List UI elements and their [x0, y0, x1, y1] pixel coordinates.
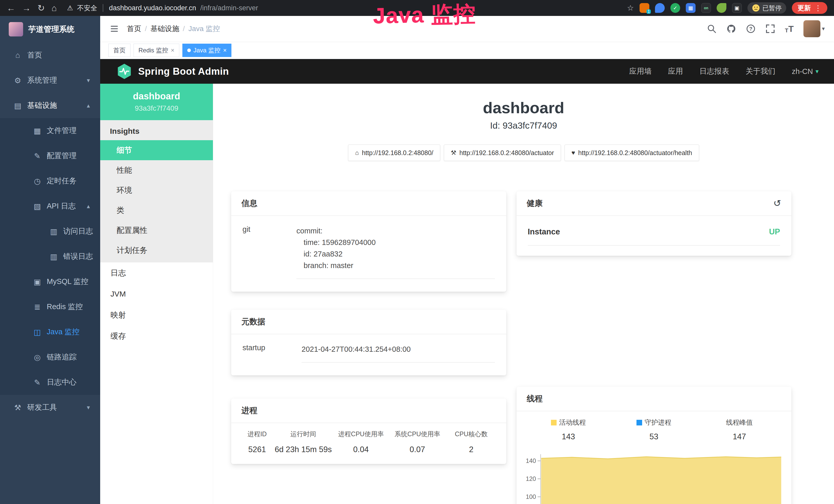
card-header: 元数据 [231, 310, 506, 334]
tab-home[interactable]: 首页 [108, 44, 130, 57]
sba-item-environment[interactable]: 环境 [100, 180, 213, 200]
card-body: 进程ID 运行时间 进程CPU使用率 系统CPU使用率 CPU核心数 5261 … [231, 423, 506, 464]
sidebar-item-dev-tools[interactable]: ⚒ 研发工具 ▾ [0, 395, 100, 420]
card-header: 信息 [231, 191, 506, 216]
search-icon[interactable] [707, 24, 717, 33]
sba-nav-wallboard[interactable]: 应用墙 [629, 66, 652, 76]
fold-menu-icon[interactable] [109, 24, 119, 33]
sidebar-item-access-logs[interactable]: ▥ 访问日志 [0, 219, 100, 244]
sidebar-item-label: 访问日志 [63, 226, 93, 236]
insights-group-label: Insights [100, 120, 213, 140]
sidebar-item-scheduled-jobs[interactable]: ◷ 定时任务 [0, 168, 100, 193]
health-url-link[interactable]: ♥ http://192.168.0.2:48080/actuator/heal… [565, 144, 699, 161]
browser-toolbar: ← → ↻ ⌂ ⚠ 不安全 dashboard.yudao.iocoder.cn… [0, 0, 834, 16]
profile-paused-chip[interactable]: 已暂停 [747, 2, 786, 14]
threads-chart: 140 120 100 [526, 451, 782, 504]
main-area: 首页 / 基础设施 / Java 监控 ? TT ▾ [100, 16, 834, 504]
screen: ← → ↻ ⌂ ⚠ 不安全 dashboard.yudao.iocoder.cn… [0, 0, 834, 504]
threads-card: 线程 活动线程 143 守护进程 [517, 387, 792, 504]
sba-item-classes[interactable]: 类 [100, 200, 213, 220]
tab-java-monitor[interactable]: Java 监控 × [182, 44, 232, 57]
sba-item-logs[interactable]: 日志 [100, 262, 213, 283]
tab-redis-monitor[interactable]: Redis 监控 × [134, 44, 179, 57]
url-host: dashboard.yudao.iocoder.cn [109, 4, 196, 12]
breadcrumb-home[interactable]: 首页 [127, 24, 141, 33]
chevron-up-icon: ▴ [87, 203, 90, 210]
sba-nav-applications[interactable]: 应用 [668, 66, 683, 76]
locale-selector[interactable]: zh-CN ▾ [792, 67, 818, 76]
gear-icon: ⚙ [13, 76, 23, 85]
sidebar-item-home[interactable]: ⌂ 首页 [0, 43, 100, 68]
sidebar-item-log-center[interactable]: ✎ 日志中心 [0, 370, 100, 395]
sidebar-item-api-logs[interactable]: ▧ API 日志 ▴ [0, 193, 100, 219]
service-url-link[interactable]: ⌂ http://192.168.0.2:48080/ [348, 144, 440, 161]
info-row-git: git commit: time: 1596289704000 id: 27aa… [242, 225, 495, 279]
fullscreen-icon[interactable] [765, 24, 775, 33]
bookmark-star-icon[interactable]: ☆ [627, 4, 634, 12]
extension-icon-4[interactable]: ▦ [686, 3, 696, 13]
extension-icon-5[interactable]: on [701, 3, 711, 13]
extension-icon-6[interactable] [717, 3, 726, 13]
puzzle-icon[interactable]: ▣ [732, 3, 742, 13]
sidebar-item-label: 基础设施 [27, 100, 57, 111]
sidebar-item-system-mgmt[interactable]: ⚙ 系统管理 ▾ [0, 68, 100, 93]
address-bar[interactable]: ⚠ 不安全 dashboard.yudao.iocoder.cn/infra/a… [67, 4, 258, 13]
close-icon[interactable]: × [223, 47, 226, 54]
cards-left-column: 信息 git commit: time: 1596289704000 id: 2 [231, 191, 506, 464]
svg-text:?: ? [749, 26, 752, 31]
extension-icon-3[interactable]: ✓ [671, 3, 680, 13]
forward-icon[interactable]: → [22, 4, 31, 12]
sba-item-jvm[interactable]: JVM [100, 283, 213, 304]
sidebar-item-java-monitor[interactable]: ◫ Java 监控 [0, 319, 100, 345]
sba-item-config-props[interactable]: 配置属性 [100, 220, 213, 240]
breadcrumb-infrastructure[interactable]: 基础设施 [151, 24, 179, 33]
sidebar-item-tracing[interactable]: ◎ 链路追踪 [0, 345, 100, 370]
paused-label: 已暂停 [762, 4, 782, 12]
process-uptime: 6d 23h 15m 59s [274, 445, 333, 454]
history-icon[interactable]: ↺ [773, 198, 781, 209]
sba-brand-title[interactable]: Spring Boot Admin [138, 66, 229, 77]
extension-icon-1[interactable]: 1 [640, 3, 649, 13]
sidebar-item-label: 系统管理 [27, 75, 57, 86]
edit-icon: ✎ [32, 152, 42, 160]
update-label: 更新 [797, 4, 811, 13]
sba-item-details[interactable]: 细节 [100, 140, 213, 160]
infra-icon: ▤ [13, 101, 23, 110]
sba-item-mappings[interactable]: 映射 [100, 304, 213, 325]
info-key: git [242, 225, 297, 279]
metadata-key: startup [242, 344, 302, 363]
sidebar-item-error-logs[interactable]: ▥ 错误日志 [0, 244, 100, 269]
sba-item-metrics[interactable]: 性能 [100, 160, 213, 180]
help-icon[interactable]: ? [746, 24, 756, 33]
sidebar-item-config-mgmt[interactable]: ✎ 配置管理 [0, 143, 100, 168]
github-icon[interactable] [726, 24, 736, 33]
health-url: http://192.168.0.2:48080/actuator/health [578, 149, 692, 157]
sidebar-item-label: Redis 监控 [47, 302, 83, 312]
spring-boot-admin-logo [117, 63, 132, 79]
sba-nav-journal[interactable]: 日志报表 [699, 66, 729, 76]
browser-home-icon[interactable]: ⌂ [52, 4, 57, 12]
file-icon: ▦ [32, 126, 42, 135]
extension-icon-2[interactable] [655, 3, 665, 13]
back-icon[interactable]: ← [7, 4, 16, 12]
sba-item-scheduled-tasks[interactable]: 计划任务 [100, 240, 213, 260]
app-logo[interactable]: 芋道管理系统 [0, 16, 100, 43]
reload-icon[interactable]: ↻ [38, 4, 45, 12]
layers-icon: ≣ [32, 302, 42, 312]
update-button[interactable]: 更新 ⋮ [792, 2, 827, 14]
user-menu[interactable]: ▾ [804, 20, 825, 37]
sba-item-caches[interactable]: 缓存 [100, 325, 213, 347]
sidebar-item-mysql-monitor[interactable]: ▣ MySQL 监控 [0, 269, 100, 294]
sidebar-item-label: 日志中心 [47, 377, 76, 387]
instance-header[interactable]: dashboard 93a3fc7f7409 [100, 84, 213, 120]
sidebar-item-redis-monitor[interactable]: ≣ Redis 监控 [0, 294, 100, 319]
close-icon[interactable]: × [171, 47, 174, 54]
font-size-icon[interactable]: TT [785, 24, 794, 34]
git-branch: branch: master [297, 260, 495, 271]
kebab-menu-icon[interactable]: ⋮ [814, 4, 822, 12]
sidebar-item-file-mgmt[interactable]: ▦ 文件管理 [0, 118, 100, 143]
health-key: Instance [528, 227, 560, 236]
sidebar-item-infrastructure[interactable]: ▤ 基础设施 ▴ [0, 93, 100, 118]
actuator-url-link[interactable]: ⚒ http://192.168.0.2:48080/actuator [444, 144, 561, 161]
sba-nav-about[interactable]: 关于我们 [746, 66, 775, 76]
